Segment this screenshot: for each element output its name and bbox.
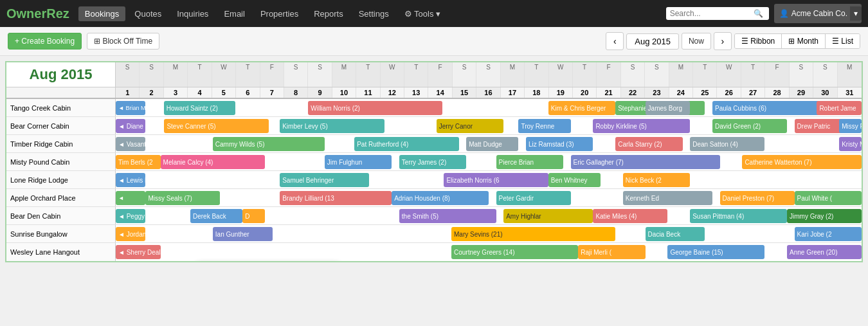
booking-george-baine[interactable]: George Baine (15) <box>667 245 764 259</box>
booking-dacia-beck[interactable]: Dacia Beck <box>646 227 705 241</box>
booking-catherine-watterton[interactable]: Catherine Watterton (7) <box>742 155 862 169</box>
row-apple-orchard: Apple Orchard Place ◄ Missy Seals (7) Br… <box>6 189 862 207</box>
booking-melanie-calcy[interactable]: Melanie Calcy (4) <box>161 155 265 169</box>
dow-16: S <box>476 62 500 87</box>
booking-samuel-behringer[interactable]: Samuel Behringer <box>280 173 369 187</box>
day-num-28: 28 <box>765 87 789 98</box>
booking-pierce-brian[interactable]: Pierce Brian <box>496 155 563 169</box>
booking-james-borg[interactable]: James Borg <box>646 101 691 115</box>
booking-peter-gardir[interactable]: Peter Gardir <box>496 191 571 205</box>
dow-19: W <box>549 62 573 87</box>
booking-david-green[interactable]: David Green (2) <box>712 119 787 133</box>
create-booking-button[interactable]: + Create Booking <box>8 33 82 50</box>
ribbon-view-btn[interactable]: ☰ Ribbon <box>735 34 782 48</box>
booking-jerry-canor[interactable]: Jerry Canor <box>437 119 503 133</box>
booking-brandy-lilliard[interactable]: Brandy Lilliard (13 <box>280 191 392 205</box>
prev-month-button[interactable]: ‹ <box>606 32 624 50</box>
booking-ian-gunther[interactable]: Ian Gunther <box>213 227 273 241</box>
user-menu-caret[interactable]: ▾ <box>850 6 862 21</box>
now-button[interactable]: Now <box>682 33 711 50</box>
list-view-btn[interactable]: ☰ List <box>826 34 860 48</box>
booking-kimber-levy[interactable]: Kimber Levy (5) <box>280 119 384 133</box>
dow-4: T <box>188 62 212 87</box>
booking-pat-rutherford[interactable]: Pat Rutherford (4) <box>354 137 458 151</box>
day-num-31: 31 <box>838 87 862 98</box>
toolbar: + Create Booking ⊞ Block Off Time ‹ Aug … <box>0 27 868 56</box>
booking-nick-beck[interactable]: Nick Beck (2 <box>623 173 690 187</box>
booking-derek-back[interactable]: Derek Back <box>190 209 242 223</box>
nav-email[interactable]: Email <box>217 6 251 21</box>
booking-d-short[interactable]: D <box>242 209 265 223</box>
booking-kari-jobe[interactable]: Kari Jobe (2 <box>795 227 862 241</box>
booking-brian-m[interactable]: ◄ Brian M <box>116 101 145 115</box>
month-view-btn[interactable]: ⊞ Month <box>782 34 826 48</box>
booking-robert-jame[interactable]: Robert Jame <box>817 101 862 115</box>
nav-reports[interactable]: Reports <box>307 6 350 21</box>
dow-31: M <box>838 62 862 87</box>
booking-steve-canner[interactable]: Steve Canner (5) <box>164 119 268 133</box>
booking-dean-satton[interactable]: Dean Satton (4) <box>690 137 764 151</box>
booking-amy-highlar[interactable]: Amy Highlar <box>503 209 593 223</box>
day-num-9: 9 <box>308 87 332 98</box>
booking-kim-chris-berger[interactable]: Kim & Chris Berger <box>548 101 615 115</box>
booking-troy-renne[interactable]: Troy Renne <box>518 119 570 133</box>
nav-inquiries[interactable]: Inquiries <box>170 6 215 21</box>
booking-carla-starry[interactable]: Carla Starry (2) <box>615 137 682 151</box>
booking-william-norris[interactable]: William Norris (2) <box>308 101 442 115</box>
booking-raji-merli[interactable]: Raji Merli ( <box>578 245 645 259</box>
booking-katie-miles[interactable]: Katie Miles (4) <box>593 209 667 223</box>
booking-matt-dudge[interactable]: Matt Dudge <box>466 137 518 151</box>
day-num-23: 23 <box>645 87 669 98</box>
booking-missy-seals[interactable]: Missy Seals (7) <box>145 191 220 205</box>
nav-bookings[interactable]: Bookings <box>78 6 125 21</box>
calendar-day-numbers: 1 2 3 4 5 6 7 8 9 10 11 12 13 14 15 16 1… <box>6 87 862 99</box>
nav-tools[interactable]: ⚙ Tools ▾ <box>398 6 447 21</box>
booking-sherry-deals[interactable]: ◄ Sherry Deals <box>116 245 161 259</box>
search-input[interactable] <box>670 9 754 18</box>
booking-lewis-l[interactable]: ◄ Lewis L <box>116 173 145 187</box>
next-month-button[interactable]: › <box>714 32 732 50</box>
label-wesley-lane: Wesley Lane Hangout <box>6 243 116 261</box>
booking-jimmy-gray[interactable]: Jimmy Gray (2) <box>787 209 862 223</box>
booking-elizabeth-norris[interactable]: Elizabeth Norris (6 <box>444 173 548 187</box>
booking-diane-p[interactable]: ◄ Diane P <box>116 119 145 133</box>
block-off-time-button[interactable]: ⊞ Block Off Time <box>87 33 159 50</box>
booking-adrian-housden[interactable]: Adrian Housden (8) <box>392 191 489 205</box>
booking-kenneth-ed[interactable]: Kenneth Ed <box>623 191 712 205</box>
booking-terry-james[interactable]: Terry James (2) <box>399 155 466 169</box>
booking-tim-berls[interactable]: Tim Berls (2 <box>116 155 161 169</box>
day-num-2: 2 <box>140 87 163 98</box>
nav-settings[interactable]: Settings <box>352 6 395 21</box>
booking-courtney-greers[interactable]: Courtney Greers (14) <box>451 245 578 259</box>
calendar-nav: ‹ Aug 2015 Now › ☰ Ribbon ⊞ Month ☰ List <box>606 32 860 50</box>
booking-peggy[interactable]: ◄ Peggy <box>116 209 145 223</box>
booking-daniel-preston[interactable]: Daniel Preston (7) <box>720 191 795 205</box>
booking-ben-whitney[interactable]: Ben Whitney <box>548 173 601 187</box>
booking-mary-sevins[interactable]: Mary Sevins (21) <box>451 227 615 241</box>
booking-cammy-wilds[interactable]: Cammy Wilds (5) <box>213 137 325 151</box>
dow-1: S <box>116 62 140 87</box>
nav-properties[interactable]: Properties <box>254 6 305 21</box>
booking-eric-gallagher[interactable]: Eric Gallagher (7) <box>571 155 720 169</box>
booking-anne-green[interactable]: Anne Green (20) <box>787 245 862 259</box>
label-timber-ridge: Timber Ridge Cabin <box>6 135 116 152</box>
user-menu[interactable]: 👤 Acme Cabin Co. ▾ <box>774 4 862 23</box>
booking-vasanti[interactable]: ◄ Vasanti <box>116 137 145 151</box>
booking-paul-white[interactable]: Paul White ( <box>795 191 862 205</box>
nav-quotes[interactable]: Quotes <box>128 6 168 21</box>
dow-13: T <box>404 62 428 87</box>
sunrise-bungalow-cells: ◄ Jordan Ian Gunther Mary Sevins (21) Da… <box>116 225 862 242</box>
booking-kristy-mc[interactable]: Kristy Mc <box>839 137 862 151</box>
day-num-spacer <box>6 87 116 98</box>
booking-susan-pittman[interactable]: Susan Pittman (4) <box>690 209 787 223</box>
day-num-13: 13 <box>404 87 428 98</box>
brand-green: Rez <box>46 6 69 21</box>
booking-jim-fulghun[interactable]: Jim Fulghun <box>325 155 392 169</box>
booking-howard-saintz[interactable]: Howard Saintz (2) <box>164 101 235 115</box>
booking-jordan[interactable]: ◄ Jordan <box>116 227 145 241</box>
booking-robby-kirkline[interactable]: Robby Kirkline (5) <box>593 119 690 133</box>
booking-missy-re[interactable]: Missy Re <box>839 119 862 133</box>
booking-the-smith[interactable]: the Smith (5) <box>399 209 496 223</box>
booking-missy-seals-arrow[interactable]: ◄ <box>116 191 145 205</box>
booking-liz-ramstad[interactable]: Liz Ramstad (3) <box>526 137 593 151</box>
